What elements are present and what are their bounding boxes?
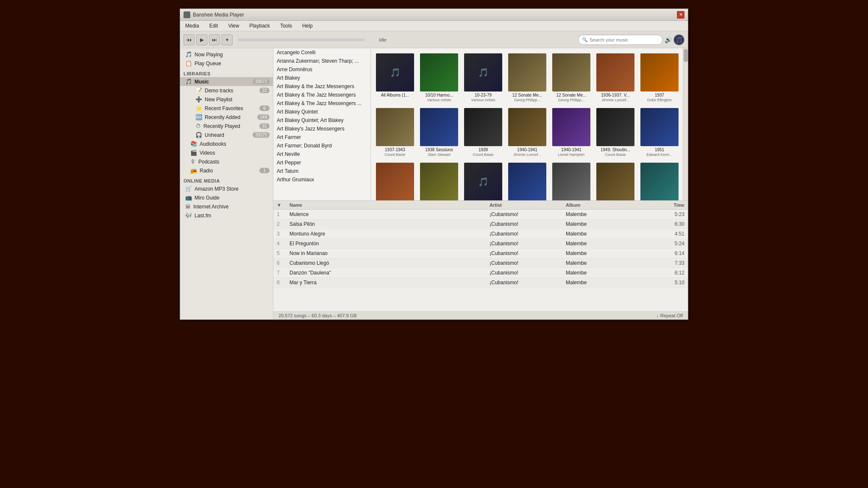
sidebar-item-unheard[interactable]: 🎧 Unheard 20175	[180, 130, 273, 139]
track-row[interactable]: 3Montuno Alegre¡Cubanismo!Malembe4:51	[273, 229, 688, 239]
artist-item[interactable]: Art Blakey & The Jazz Messengers	[273, 91, 370, 99]
menu-media[interactable]: Media	[184, 22, 201, 30]
artist-item[interactable]: Art Blakey & The Jazz Messengers ...	[273, 99, 370, 108]
track-time: 4:51	[651, 231, 684, 237]
col-time[interactable]: Time	[651, 202, 684, 208]
next-button[interactable]: ⏭	[209, 34, 220, 45]
sidebar-item-music[interactable]: 🎵 Music 20572	[180, 77, 273, 86]
sidebar-item-miro[interactable]: 📺 Miro Guide	[180, 193, 273, 202]
track-row[interactable]: 7Danzón "Daulena"¡Cubanismo!Malembe6:12	[273, 268, 688, 278]
album-title: 12 Sonate Me...	[556, 93, 587, 98]
track-list-area[interactable]: ▼ Name Artist Album Time 1Mulence¡Cubani…	[273, 201, 688, 311]
album-card[interactable]: 1940-1941Lionel Hampton	[551, 106, 592, 158]
sidebar-item-lastfm[interactable]: 🎶 Last.fm	[180, 211, 273, 220]
sidebar-item-amazon[interactable]: 🛒 Amazon MP3 Store	[180, 184, 273, 193]
album-card[interactable]: 🎵All Albums (1...	[374, 52, 416, 104]
artist-item[interactable]: Art Pepper	[273, 158, 370, 167]
album-card[interactable]: 1951Edward Kenn...	[639, 106, 680, 158]
track-row[interactable]: 4El Preguntón¡Cubanismo!Malembe5:24	[273, 239, 688, 249]
col-artist[interactable]: Artist	[490, 202, 566, 208]
artist-item[interactable]: Art Blakey & the Jazz Messengers	[273, 82, 370, 91]
menu-tools[interactable]: Tools	[278, 22, 294, 30]
close-button[interactable]: ✕	[677, 11, 684, 19]
album-card[interactable]: 1936-1937. V...Jimmie Luncef...	[595, 52, 636, 104]
play-queue-icon: 📋	[185, 60, 192, 67]
sidebar-item-recently-added[interactable]: 🆕 Recently Added 144	[180, 113, 273, 122]
artist-item[interactable]: Art Blakey	[273, 74, 370, 82]
sidebar-item-recently-played[interactable]: ⏱ Recently Played 31	[180, 122, 273, 130]
album-card[interactable]: 🎵1988-12-31 W...Tom Waits	[462, 161, 504, 200]
artist-item[interactable]: Arthur Grumiaux	[273, 175, 370, 184]
artist-list[interactable]: Arcangelo CorelliArianna Zukerman; Steve…	[273, 48, 371, 200]
track-number: 6	[277, 260, 289, 266]
artist-item[interactable]: Art Blakey's Jazz Messengers	[273, 125, 370, 133]
track-row[interactable]: 5Now in Marianao¡Cubanismo!Malembe6:14	[273, 249, 688, 258]
sidebar-item-podcasts[interactable]: 🎙 Podcasts	[180, 157, 273, 166]
album-card[interactable]: 1958 - Paris ...Art Blakey & t	[418, 161, 460, 200]
col-name[interactable]: Name	[289, 202, 490, 208]
menu-playback[interactable]: Playback	[248, 22, 272, 30]
sidebar-item-videos[interactable]: 🎬 Videos	[180, 148, 273, 157]
sidebar-item-audiobooks[interactable]: 📚 Audiobooks	[180, 139, 273, 148]
search-input[interactable]	[590, 37, 657, 42]
scrollbar-thumb[interactable]	[684, 49, 688, 62]
sidebar-item-radio[interactable]: 📻 Radio 1	[180, 166, 273, 175]
album-card[interactable]: 20th Century ...Louis Armstr...	[506, 161, 548, 200]
album-card[interactable]: 1937Duke Ellington	[639, 52, 680, 104]
dropdown-button[interactable]: ▾	[222, 34, 233, 45]
artist-item[interactable]: Art Farmer	[273, 133, 370, 141]
prev-button[interactable]: ⏮	[184, 34, 195, 45]
artist-item[interactable]: Arianna Zukerman; Steven Tharp; ...	[273, 57, 370, 65]
banshee-btn[interactable]: 🎵	[673, 34, 684, 45]
menu-view[interactable]: View	[226, 22, 241, 30]
play-button[interactable]: ▶	[196, 34, 207, 45]
album-card[interactable]: 1939Count Basie	[462, 106, 504, 158]
artist-item[interactable]: Arcangelo Corelli	[273, 48, 370, 57]
sidebar-item-new-playlist[interactable]: ➕ New Playlist	[180, 95, 273, 104]
album-thumbnail	[552, 108, 590, 146]
sidebar-item-play-queue[interactable]: 📋 Play Queue	[180, 59, 273, 68]
track-album: Malembe	[566, 221, 651, 227]
album-card[interactable]: 🎵10-23-79Various Artists	[462, 52, 504, 104]
track-row[interactable]: 2Salsa Pilón¡Cubanismo!Malembe6:30	[273, 219, 688, 229]
album-artist: Count Basie	[605, 152, 626, 157]
track-name: El Preguntón	[289, 241, 490, 247]
progress-bar[interactable]	[238, 39, 365, 41]
artist-item[interactable]: Art Blakey Quintet	[273, 108, 370, 116]
repeat-status[interactable]: Repeat Off	[660, 313, 683, 318]
album-card[interactable]: 1940-1941Jimmie Luncef...	[506, 106, 548, 158]
volume-icon[interactable]: 🔊	[665, 36, 672, 43]
track-row[interactable]: 8Mar y Tierra¡Cubanismo!Malembe5:10	[273, 278, 688, 288]
album-thumbnail	[508, 163, 546, 200]
artist-item[interactable]: Arne Domněrus	[273, 65, 370, 74]
album-card[interactable]: 10/10 Harmo...Various Artists	[418, 52, 460, 104]
track-number: 3	[277, 231, 289, 237]
playlist-icon: ➕	[195, 96, 202, 103]
album-card[interactable]: A Bach Festiv...Empire Brass...	[595, 161, 636, 200]
album-card[interactable]: 24 Preludes f...Zachariah Sp...	[551, 161, 592, 200]
artist-item[interactable]: Art Neville	[273, 150, 370, 158]
sidebar-item-demo-tracks[interactable]: 📝 Demo tracks 22	[180, 86, 273, 95]
lastfm-icon: 🎶	[185, 212, 192, 219]
track-time: 6:12	[651, 270, 684, 276]
album-card[interactable]: 1952-1953Edward Kenn...	[374, 161, 416, 200]
track-row[interactable]: 1Mulence¡Cubanismo!Malembe5:23	[273, 210, 688, 219]
album-card[interactable]: A Band Is Bor...Billy May	[639, 161, 680, 200]
track-row[interactable]: 6Cubanismo Llegó¡Cubanismo!Malembe7:33	[273, 258, 688, 268]
album-card[interactable]: 1937-1943Count Basie	[374, 106, 416, 158]
sidebar-item-now-playing[interactable]: 🎵 Now Playing	[180, 50, 273, 59]
album-card[interactable]: 12 Sonate Me...Georg Philipp...	[551, 52, 592, 104]
artist-item[interactable]: Art Blakey Quintet; Art Blakey	[273, 116, 370, 125]
search-box[interactable]: 🔍	[578, 35, 663, 45]
menu-help[interactable]: Help	[300, 22, 314, 30]
sidebar-item-recent-favorites[interactable]: ⭐ Recent Favorites 6	[180, 104, 273, 113]
artist-item[interactable]: Art Farmer; Donald Byrd	[273, 141, 370, 150]
album-card[interactable]: 1949. Shoutin...Count Basie	[595, 106, 636, 158]
menu-edit[interactable]: Edit	[208, 22, 220, 30]
sidebar-item-internet-archive[interactable]: 🏛 Internet Archive	[180, 202, 273, 211]
album-artist: Count Basie	[473, 152, 493, 157]
album-card[interactable]: 1938 SessionsSlam Stewart	[418, 106, 460, 158]
col-album[interactable]: Album	[566, 202, 651, 208]
artist-item[interactable]: Art Tatum	[273, 167, 370, 175]
album-card[interactable]: 12 Sonate Me...Georg Philipp...	[506, 52, 548, 104]
